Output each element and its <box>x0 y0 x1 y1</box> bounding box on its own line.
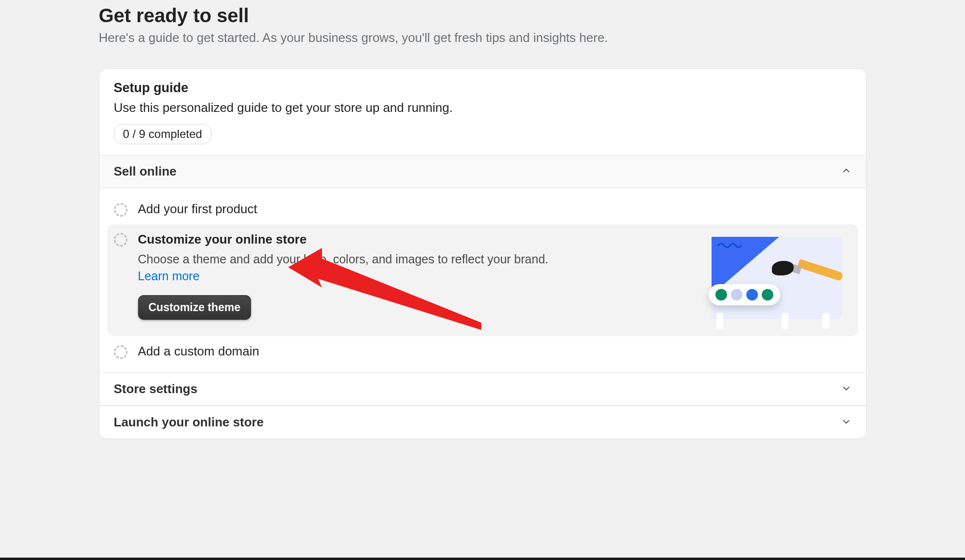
wave-icon <box>717 242 741 248</box>
section-launch-title: Launch your online store <box>114 415 264 430</box>
page-title: Get ready to sell <box>99 5 867 27</box>
page-subtitle: Here's a guide to get started. As your b… <box>99 30 867 45</box>
bottom-border <box>0 558 965 560</box>
incomplete-circle-icon <box>114 233 127 246</box>
palette-dot-3 <box>746 289 758 300</box>
setup-guide-subtitle: Use this personalized guide to get your … <box>114 100 852 115</box>
palette-dot-1 <box>715 289 727 300</box>
task-add-domain[interactable]: Add a custom domain <box>107 336 858 367</box>
incomplete-circle-icon <box>114 345 127 359</box>
section-store-settings-title: Store settings <box>114 382 197 396</box>
task-customize-store[interactable]: Customize your online store Choose a the… <box>107 224 858 336</box>
task-customize-desc: Choose a theme and add your logo, colors… <box>138 251 563 285</box>
task-customize-desc-text: Choose a theme and add your logo, colors… <box>138 252 549 266</box>
task-add-product-title: Add your first product <box>138 202 257 217</box>
section-sell-online-body: Add your first product Customize your on… <box>99 188 866 372</box>
task-customize-content: Customize your online store Choose a the… <box>138 232 563 320</box>
customize-illustration <box>707 232 847 328</box>
progress-pill: 0 / 9 completed <box>114 124 211 144</box>
color-palette <box>709 284 780 305</box>
section-sell-online-header[interactable]: Sell online <box>99 155 866 188</box>
palette-dot-4 <box>762 289 773 300</box>
brush-tip-icon <box>772 261 794 275</box>
chevron-down-icon <box>841 383 852 396</box>
section-store-settings-header[interactable]: Store settings <box>99 372 866 406</box>
palette-dot-2 <box>731 289 742 300</box>
task-customize-title: Customize your online store <box>138 232 563 247</box>
learn-more-link[interactable]: Learn more <box>138 269 200 283</box>
setup-guide-card: Setup guide Use this personalized guide … <box>99 68 867 439</box>
card-header: Setup guide Use this personalized guide … <box>99 69 866 155</box>
setup-guide-title: Setup guide <box>114 81 852 96</box>
task-add-domain-title: Add a custom domain <box>138 344 259 359</box>
chevron-down-icon <box>841 416 852 429</box>
task-add-product[interactable]: Add your first product <box>107 194 858 224</box>
customize-theme-button[interactable]: Customize theme <box>138 295 251 320</box>
incomplete-circle-icon <box>114 203 127 217</box>
section-sell-online-title: Sell online <box>114 164 177 179</box>
chevron-up-icon <box>841 165 852 178</box>
section-launch-header[interactable]: Launch your online store <box>99 406 866 438</box>
